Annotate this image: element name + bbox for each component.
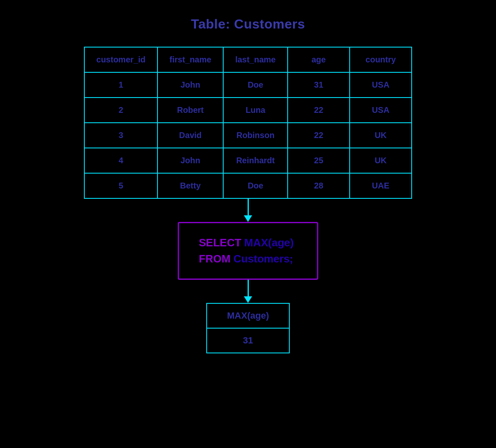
sql-keyword-from: FROM [199, 253, 231, 265]
cell-r0-c2: Doe [223, 72, 288, 98]
cell-r3-c0: 4 [84, 148, 157, 173]
result-col-header: MAX(age) [207, 303, 289, 328]
arrow-head-2 [244, 296, 252, 303]
sql-line-1: SELECT MAX(age) [199, 235, 297, 251]
result-value: 31 [207, 328, 289, 353]
col-header-customer-id: customer_id [84, 47, 157, 72]
cell-r1-c2: Luna [223, 98, 288, 123]
table-row: 2RobertLuna22USA [84, 98, 412, 123]
sql-func-max-age: MAX(age) [241, 236, 294, 249]
cell-r2-c3: 22 [288, 123, 350, 148]
cell-r2-c1: David [157, 123, 223, 148]
col-header-first-name: first_name [157, 47, 223, 72]
arrow-line-1 [248, 199, 249, 215]
table-row: 3DavidRobinson22UK [84, 123, 412, 148]
arrow-2 [244, 280, 252, 303]
col-header-country: country [350, 47, 412, 72]
cell-r2-c0: 3 [84, 123, 157, 148]
cell-r1-c0: 2 [84, 98, 157, 123]
sql-keyword-select: SELECT [199, 236, 241, 249]
col-header-last-name: last_name [223, 47, 288, 72]
cell-r0-c4: USA [350, 72, 412, 98]
sql-line-2: FROM Customers; [199, 251, 297, 267]
table-row: 5BettyDoe28UAE [84, 173, 412, 198]
result-header-row: MAX(age) [207, 303, 289, 328]
sql-from-customers: Customers; [231, 253, 293, 265]
result-data-row: 31 [207, 328, 289, 353]
cell-r4-c4: UAE [350, 173, 412, 198]
cell-r3-c2: Reinhardt [223, 148, 288, 173]
arrow-head-1 [244, 215, 252, 222]
cell-r1-c4: USA [350, 98, 412, 123]
cell-r0-c0: 1 [84, 72, 157, 98]
customers-table: customer_id first_name last_name age cou… [84, 47, 412, 199]
sql-box: SELECT MAX(age) FROM Customers; [178, 222, 318, 280]
cell-r3-c3: 25 [288, 148, 350, 173]
cell-r2-c4: UK [350, 123, 412, 148]
cell-r0-c1: John [157, 72, 223, 98]
cell-r2-c2: Robinson [223, 123, 288, 148]
cell-r3-c1: John [157, 148, 223, 173]
arrow-line-2 [248, 280, 249, 296]
cell-r4-c3: 28 [288, 173, 350, 198]
col-header-age: age [288, 47, 350, 72]
result-table: MAX(age) 31 [206, 303, 289, 353]
cell-r0-c3: 31 [288, 72, 350, 98]
arrow-1 [244, 199, 252, 222]
table-row: 4JohnReinhardt25UK [84, 148, 412, 173]
page-title: Table: Customers [191, 17, 305, 32]
table-row: 1JohnDoe31USA [84, 72, 412, 98]
cell-r4-c0: 5 [84, 173, 157, 198]
table-header-row: customer_id first_name last_name age cou… [84, 47, 412, 72]
cell-r1-c3: 22 [288, 98, 350, 123]
cell-r4-c1: Betty [157, 173, 223, 198]
cell-r3-c4: UK [350, 148, 412, 173]
cell-r4-c2: Doe [223, 173, 288, 198]
cell-r1-c1: Robert [157, 98, 223, 123]
